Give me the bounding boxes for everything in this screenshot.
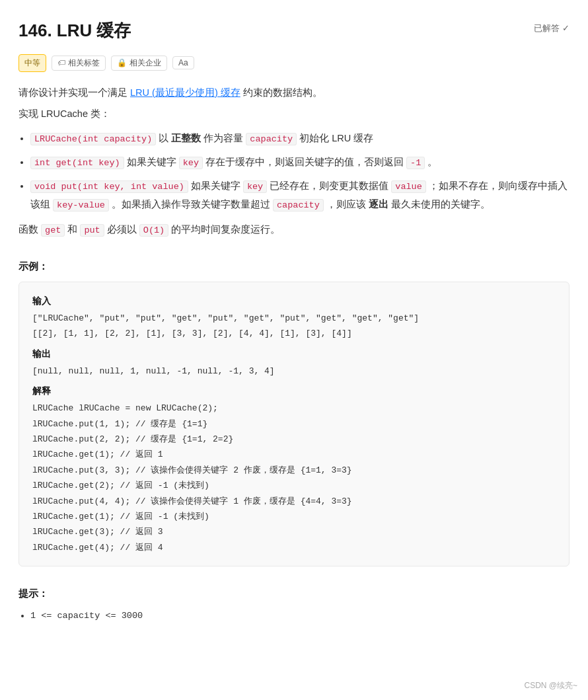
explain-line: lRUCache.put(4, 4); // 该操作会使得关键字 1 作废，缓存… xyxy=(32,494,556,509)
explain-line: lRUCache.get(1); // 返回 -1 (未找到) xyxy=(32,509,556,524)
tag-row: 中等 🏷 相关标签 🔒 相关企业 Aa xyxy=(18,54,570,71)
bullet2-code2: key xyxy=(179,157,203,169)
get-code: get xyxy=(41,224,65,237)
font-size-button[interactable]: Aa xyxy=(172,56,194,69)
input-line2: [[2], [1, 1], [2, 2], [1], [3, 3], [2], … xyxy=(32,326,556,341)
bullet3-code2: key xyxy=(243,180,267,193)
header-row: 146. LRU 缓存 已解答 ✓ xyxy=(18,16,570,45)
bullet-item-2: int get(int key) 如果关键字 key 存在于缓存中，则返回关键字… xyxy=(30,153,570,172)
explain-lines: LRUCache lRUCache = new LRUCache(2);lRUC… xyxy=(32,401,556,555)
explain-line: lRUCache.put(1, 1); // 缓存是 {1=1} xyxy=(32,416,556,432)
difficulty-badge: 中等 xyxy=(18,54,46,71)
bullet3-code4: key-value xyxy=(53,199,109,212)
o1-code: O(1) xyxy=(139,224,168,237)
lru-link[interactable]: LRU (最近最少使用) 缓存 xyxy=(130,87,240,98)
bullet-item-3: void put(int key, int value) 如果关键字 key 已… xyxy=(30,177,570,214)
solved-badge: 已解答 ✓ xyxy=(534,21,570,36)
example-section-title: 示例： xyxy=(18,258,570,275)
explain-line: LRUCache lRUCache = new LRUCache(2); xyxy=(32,401,556,416)
hint-item-1: 1 <= capacity <= 3000 xyxy=(30,609,570,624)
output-label: 输出 xyxy=(32,346,556,362)
input-label: 输入 xyxy=(32,293,556,309)
related-companies-label: 相关企业 xyxy=(129,58,161,69)
explain-line: lRUCache.put(3, 3); // 该操作会使得关键字 2 作废，缓存… xyxy=(32,463,556,478)
explain-line: lRUCache.put(2, 2); // 缓存是 {1=1, 2=2} xyxy=(32,432,556,447)
complexity-paragraph: 函数 get 和 put 必须以 O(1) 的平均时间复杂度运行。 xyxy=(18,221,570,239)
problem-description: 请你设计并实现一个满足 LRU (最近最少使用) 缓存 约束的数据结构。 实现 … xyxy=(18,84,570,239)
example-box: 输入 ["LRUCache", "put", "put", "get", "pu… xyxy=(18,282,570,567)
bullet2-code3: -1 xyxy=(406,157,425,169)
hint-text-1: 1 <= capacity <= 3000 xyxy=(30,611,143,621)
related-companies-button[interactable]: 🔒 相关企业 xyxy=(111,56,167,71)
bullet3-code3: value xyxy=(391,180,426,193)
bullet3-code5: capacity xyxy=(273,199,324,212)
output-value: [null, null, null, 1, null, -1, null, -1… xyxy=(32,364,556,379)
explain-label: 解释 xyxy=(32,383,556,399)
put-code: put xyxy=(80,224,104,237)
related-tags-label: 相关标签 xyxy=(68,58,100,69)
implement-label: 实现 LRUCache 类： xyxy=(18,105,570,123)
hint-list: 1 <= capacity <= 3000 xyxy=(30,609,570,624)
hints-section-title: 提示： xyxy=(18,585,570,602)
intro-paragraph: 请你设计并实现一个满足 LRU (最近最少使用) 缓存 约束的数据结构。 xyxy=(18,84,570,102)
tag-icon: 🏷 xyxy=(57,58,65,67)
company-icon: 🔒 xyxy=(117,58,127,67)
explain-line: lRUCache.get(3); // 返回 3 xyxy=(32,524,556,539)
bullet2-code: int get(int key) xyxy=(30,157,124,169)
related-tags-button[interactable]: 🏷 相关标签 xyxy=(52,56,106,71)
bullet-list: LRUCache(int capacity) 以 正整数 作为容量 capaci… xyxy=(30,130,570,214)
explain-line: lRUCache.get(2); // 返回 -1 (未找到) xyxy=(32,478,556,493)
bullet3-code: void put(int key, int value) xyxy=(30,180,188,193)
bullet1-code: LRUCache(int capacity) xyxy=(30,133,156,145)
bullet1-code2: capacity xyxy=(246,133,297,145)
explain-line: lRUCache.get(4); // 返回 4 xyxy=(32,540,556,555)
bullet-item-1: LRUCache(int capacity) 以 正整数 作为容量 capaci… xyxy=(30,130,570,148)
page-title: 146. LRU 缓存 xyxy=(18,16,131,45)
explain-line: lRUCache.get(1); // 返回 1 xyxy=(32,447,556,462)
input-line1: ["LRUCache", "put", "put", "get", "put",… xyxy=(32,311,556,326)
